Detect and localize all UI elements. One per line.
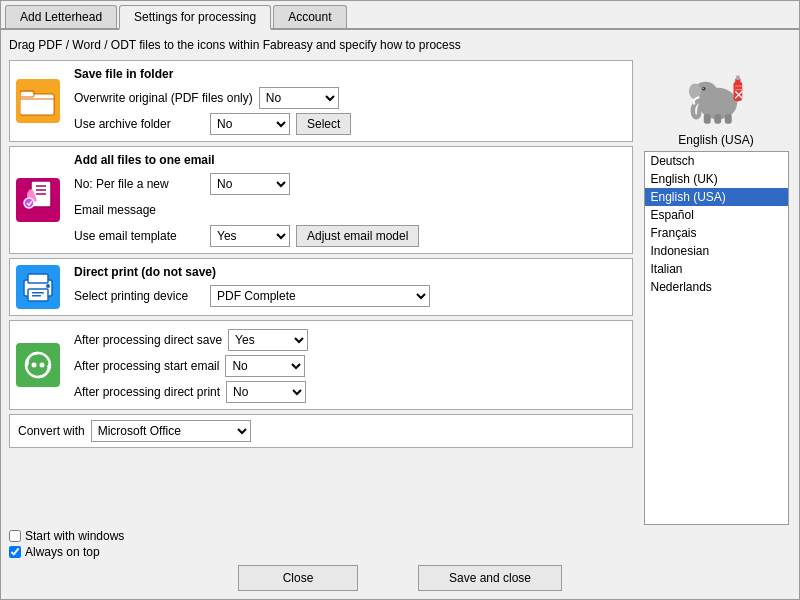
language-item-english-uk[interactable]: English (UK) bbox=[645, 170, 788, 188]
convert-select[interactable]: Microsoft Office LibreOffice OpenOffice bbox=[91, 420, 251, 442]
email-message-row: Email message bbox=[74, 199, 624, 221]
device-select[interactable]: PDF Complete Microsoft Print to PDF Defa… bbox=[210, 285, 430, 307]
folder-icon bbox=[16, 79, 60, 123]
after-save-row: After processing direct save Yes No bbox=[74, 329, 624, 351]
convert-label: Convert with bbox=[18, 424, 85, 438]
svg-rect-28 bbox=[734, 81, 743, 100]
app-icon bbox=[676, 64, 756, 129]
email-icon-container bbox=[10, 147, 66, 253]
tab-settings-for-processing[interactable]: Settings for processing bbox=[119, 5, 271, 30]
content-area: Drag PDF / Word / ODT files to the icons… bbox=[1, 30, 799, 599]
right-panel: English (USA) DeutschEnglish (UK)English… bbox=[641, 60, 791, 525]
language-item-italian[interactable]: Italian bbox=[645, 260, 788, 278]
language-item-nederlands[interactable]: Nederlands bbox=[645, 278, 788, 296]
print-title: Direct print (do not save) bbox=[74, 265, 624, 279]
language-item-francais[interactable]: Français bbox=[645, 224, 788, 242]
template-select[interactable]: Yes No bbox=[210, 225, 290, 247]
svg-rect-13 bbox=[32, 295, 41, 297]
current-language-label: English (USA) bbox=[678, 133, 753, 147]
language-item-indonesian[interactable]: Indonesian bbox=[645, 242, 788, 260]
svg-rect-26 bbox=[714, 114, 721, 124]
svg-rect-27 bbox=[725, 114, 732, 124]
language-list[interactable]: DeutschEnglish (UK)English (USA)EspañolF… bbox=[644, 151, 789, 525]
print-icon bbox=[16, 265, 60, 309]
after-print-select[interactable]: No Yes bbox=[226, 381, 306, 403]
save-file-title: Save file in folder bbox=[74, 67, 624, 81]
svg-rect-30 bbox=[736, 75, 740, 79]
instruction-text: Drag PDF / Word / ODT files to the icons… bbox=[9, 38, 791, 52]
template-label: Use email template bbox=[74, 229, 204, 243]
archive-label: Use archive folder bbox=[74, 117, 204, 131]
adjust-email-button[interactable]: Adjust email model bbox=[296, 225, 419, 247]
language-item-deutsch[interactable]: Deutsch bbox=[645, 152, 788, 170]
archive-row: Use archive folder No Yes Select bbox=[74, 113, 624, 135]
language-item-espanol[interactable]: Español bbox=[645, 206, 788, 224]
overwrite-select[interactable]: No Yes bbox=[259, 87, 339, 109]
email-section: Add all files to one email No: Per file … bbox=[9, 146, 633, 254]
per-file-row: No: Per file a new No Yes bbox=[74, 173, 624, 195]
tab-bar: Add Letterhead Settings for processing A… bbox=[1, 1, 799, 30]
action-buttons: Close Save and close bbox=[9, 565, 791, 591]
svg-point-24 bbox=[703, 87, 704, 88]
svg-point-23 bbox=[702, 86, 706, 90]
close-button[interactable]: Close bbox=[238, 565, 358, 591]
archive-select-button[interactable]: Select bbox=[296, 113, 351, 135]
tab-add-letterhead[interactable]: Add Letterhead bbox=[5, 5, 117, 28]
per-file-label: No: Per file a new bbox=[74, 177, 204, 191]
save-file-content: Save file in folder Overwrite original (… bbox=[66, 61, 632, 141]
after-email-row: After processing start email No Yes bbox=[74, 355, 624, 377]
archive-select[interactable]: No Yes bbox=[210, 113, 290, 135]
per-file-select[interactable]: No Yes bbox=[210, 173, 290, 195]
bottom-section: Start with windows Always on top Close S… bbox=[9, 529, 791, 591]
process-icon-container bbox=[10, 321, 66, 409]
always-on-top-label: Always on top bbox=[25, 545, 100, 559]
after-save-label: After processing direct save bbox=[74, 333, 222, 347]
email-content: Add all files to one email No: Per file … bbox=[66, 147, 632, 253]
start-windows-row: Start with windows bbox=[9, 529, 791, 543]
email-title: Add all files to one email bbox=[74, 153, 624, 167]
main-layout: Save file in folder Overwrite original (… bbox=[9, 60, 791, 525]
template-row: Use email template Yes No Adjust email m… bbox=[74, 225, 624, 247]
device-row: Select printing device PDF Complete Micr… bbox=[74, 285, 624, 307]
print-section: Direct print (do not save) Select printi… bbox=[9, 258, 633, 316]
email-icon bbox=[16, 178, 60, 222]
save-file-section: Save file in folder Overwrite original (… bbox=[9, 60, 633, 142]
svg-point-18 bbox=[32, 363, 37, 368]
process-icon bbox=[16, 343, 60, 387]
always-on-top-checkbox[interactable] bbox=[9, 546, 21, 558]
after-email-select[interactable]: No Yes bbox=[225, 355, 305, 377]
start-windows-label: Start with windows bbox=[25, 529, 124, 543]
svg-point-14 bbox=[46, 284, 50, 288]
after-print-row: After processing direct print No Yes bbox=[74, 381, 624, 403]
main-window: Add Letterhead Settings for processing A… bbox=[0, 0, 800, 600]
print-icon-container bbox=[10, 259, 66, 315]
always-on-top-row: Always on top bbox=[9, 545, 791, 559]
email-message-label: Email message bbox=[74, 203, 204, 217]
start-windows-checkbox[interactable] bbox=[9, 530, 21, 542]
after-print-label: After processing direct print bbox=[74, 385, 220, 399]
after-save-select[interactable]: Yes No bbox=[228, 329, 308, 351]
save-close-button[interactable]: Save and close bbox=[418, 565, 562, 591]
svg-rect-10 bbox=[28, 274, 48, 283]
device-label: Select printing device bbox=[74, 289, 204, 303]
save-file-icon-container bbox=[10, 61, 66, 141]
overwrite-row: Overwrite original (PDF files only) No Y… bbox=[74, 87, 624, 109]
svg-point-19 bbox=[40, 363, 45, 368]
overwrite-label: Overwrite original (PDF files only) bbox=[74, 91, 253, 105]
svg-rect-2 bbox=[20, 94, 54, 115]
after-processing-content: After processing direct save Yes No Afte… bbox=[66, 321, 632, 409]
tab-account[interactable]: Account bbox=[273, 5, 346, 28]
language-item-english-usa[interactable]: English (USA) bbox=[645, 188, 788, 206]
print-content: Direct print (do not save) Select printi… bbox=[66, 259, 632, 315]
convert-row: Convert with Microsoft Office LibreOffic… bbox=[9, 414, 633, 448]
after-processing-section: After processing direct save Yes No Afte… bbox=[9, 320, 633, 410]
after-email-label: After processing start email bbox=[74, 359, 219, 373]
settings-column: Save file in folder Overwrite original (… bbox=[9, 60, 633, 525]
svg-rect-12 bbox=[32, 292, 44, 294]
svg-point-8 bbox=[24, 198, 34, 208]
svg-rect-25 bbox=[704, 114, 711, 124]
